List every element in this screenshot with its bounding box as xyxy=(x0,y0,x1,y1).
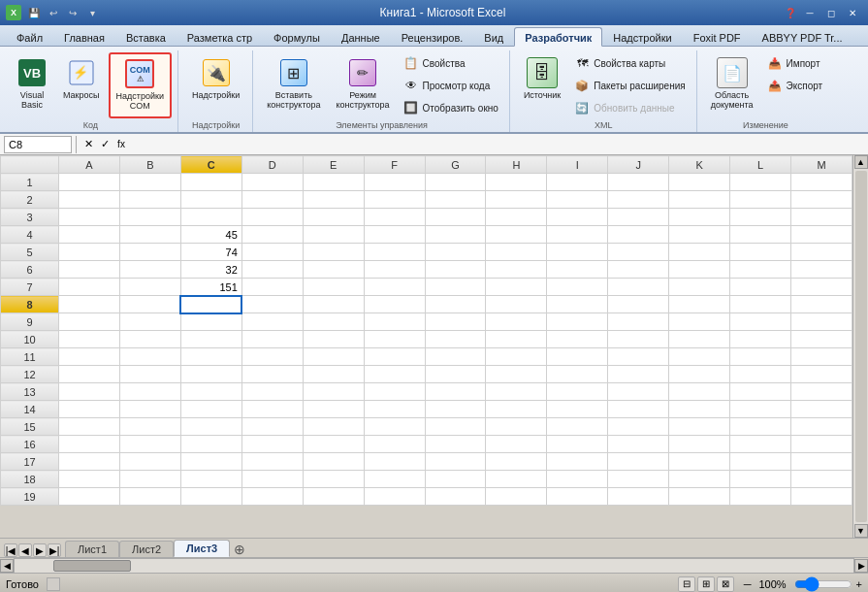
row-header-4[interactable]: 4 xyxy=(1,226,59,244)
cell-h9[interactable] xyxy=(486,313,547,331)
sheet-nav-first[interactable]: |◀ xyxy=(4,543,17,557)
cell-i12[interactable] xyxy=(547,366,608,383)
col-header-c[interactable]: C xyxy=(180,156,241,174)
sheet-tab-3[interactable]: Лист3 xyxy=(174,540,230,557)
export-btn[interactable]: 📤 Экспорт xyxy=(762,75,828,96)
cell-d8[interactable] xyxy=(241,296,303,313)
cell-g17[interactable] xyxy=(425,453,486,471)
cell-e19[interactable] xyxy=(303,488,364,506)
cell-a15[interactable] xyxy=(59,418,120,436)
tab-review[interactable]: Рецензиров. xyxy=(391,27,474,46)
tab-file[interactable]: Файл xyxy=(6,27,53,46)
cell-a8[interactable] xyxy=(59,296,120,313)
cell-f12[interactable] xyxy=(364,366,425,383)
cell-l18[interactable] xyxy=(730,471,791,488)
cell-d3[interactable] xyxy=(241,209,303,226)
cell-b4[interactable] xyxy=(119,226,180,244)
row-header-14[interactable]: 14 xyxy=(1,401,59,418)
cell-e11[interactable] xyxy=(303,348,364,366)
cell-k11[interactable] xyxy=(669,348,730,366)
cell-d19[interactable] xyxy=(241,488,303,506)
cell-e1[interactable] xyxy=(303,174,364,191)
col-header-a[interactable]: A xyxy=(59,156,120,174)
cell-e13[interactable] xyxy=(303,383,364,401)
cell-c13[interactable] xyxy=(180,383,241,401)
show-dialog-btn[interactable]: 🔲 Отобразить окно xyxy=(399,97,503,118)
cell-e8[interactable] xyxy=(303,296,364,313)
cell-f7[interactable] xyxy=(364,279,425,296)
cell-m4[interactable] xyxy=(791,226,852,244)
sheet-tab-2[interactable]: Лист2 xyxy=(119,541,174,557)
cell-a17[interactable] xyxy=(59,453,120,471)
cell-c12[interactable] xyxy=(180,366,241,383)
cell-l19[interactable] xyxy=(730,488,791,506)
cell-h10[interactable] xyxy=(486,331,547,348)
cell-j6[interactable] xyxy=(608,261,669,279)
cell-d11[interactable] xyxy=(241,348,303,366)
cell-j12[interactable] xyxy=(608,366,669,383)
cell-k2[interactable] xyxy=(669,191,730,209)
tab-developer[interactable]: Разработчик xyxy=(514,27,602,47)
cell-j17[interactable] xyxy=(608,453,669,471)
cell-h13[interactable] xyxy=(486,383,547,401)
cell-d9[interactable] xyxy=(241,313,303,331)
cell-b5[interactable] xyxy=(119,244,180,261)
cell-m19[interactable] xyxy=(791,488,852,506)
row-header-12[interactable]: 12 xyxy=(1,366,59,383)
cell-d12[interactable] xyxy=(241,366,303,383)
cell-d10[interactable] xyxy=(241,331,303,348)
cell-m10[interactable] xyxy=(791,331,852,348)
cell-l7[interactable] xyxy=(730,279,791,296)
cell-m16[interactable] xyxy=(791,436,852,453)
cell-e18[interactable] xyxy=(303,471,364,488)
insert-function-btn[interactable]: fx xyxy=(113,137,129,152)
row-header-17[interactable]: 17 xyxy=(1,453,59,471)
tab-home[interactable]: Главная xyxy=(53,27,115,46)
redo-qat-btn[interactable]: ↪ xyxy=(64,4,81,21)
cell-e17[interactable] xyxy=(303,453,364,471)
tab-addins[interactable]: Надстройки xyxy=(602,27,682,46)
cell-i19[interactable] xyxy=(547,488,608,506)
cell-g8[interactable] xyxy=(425,296,486,313)
cell-b6[interactable] xyxy=(119,261,180,279)
cell-l8[interactable] xyxy=(730,296,791,313)
cell-d14[interactable] xyxy=(241,401,303,418)
cell-g13[interactable] xyxy=(425,383,486,401)
cell-b1[interactable] xyxy=(119,174,180,191)
row-header-5[interactable]: 5 xyxy=(1,244,59,261)
cell-m8[interactable] xyxy=(791,296,852,313)
cell-j4[interactable] xyxy=(608,226,669,244)
cell-j11[interactable] xyxy=(608,348,669,366)
cell-e4[interactable] xyxy=(303,226,364,244)
cell-c2[interactable] xyxy=(180,191,241,209)
cell-l15[interactable] xyxy=(730,418,791,436)
undo-qat-btn[interactable]: ↩ xyxy=(45,4,62,21)
cell-i16[interactable] xyxy=(547,436,608,453)
cell-b8[interactable] xyxy=(119,296,180,313)
cell-b15[interactable] xyxy=(119,418,180,436)
design-mode-btn[interactable]: ✏ Режимконструктора xyxy=(329,52,396,118)
cell-b13[interactable] xyxy=(119,383,180,401)
cell-h1[interactable] xyxy=(486,174,547,191)
cell-m15[interactable] xyxy=(791,418,852,436)
cell-m9[interactable] xyxy=(791,313,852,331)
row-header-10[interactable]: 10 xyxy=(1,331,59,348)
scroll-right-btn[interactable]: ▶ xyxy=(854,559,868,573)
cell-j10[interactable] xyxy=(608,331,669,348)
cell-g18[interactable] xyxy=(425,471,486,488)
tab-abbyy[interactable]: ABBYY PDF Tr... xyxy=(752,27,853,46)
cell-e3[interactable] xyxy=(303,209,364,226)
cell-k1[interactable] xyxy=(669,174,730,191)
cell-j3[interactable] xyxy=(608,209,669,226)
zoom-in-btn[interactable]: + xyxy=(856,578,862,590)
cell-a10[interactable] xyxy=(59,331,120,348)
row-header-3[interactable]: 3 xyxy=(1,209,59,226)
cell-l2[interactable] xyxy=(730,191,791,209)
row-header-2[interactable]: 2 xyxy=(1,191,59,209)
cell-m18[interactable] xyxy=(791,471,852,488)
restore-btn[interactable]: ◻ xyxy=(821,4,841,21)
cell-d1[interactable] xyxy=(241,174,303,191)
cell-f5[interactable] xyxy=(364,244,425,261)
cell-d18[interactable] xyxy=(241,471,303,488)
sheet-nav-last[interactable]: ▶| xyxy=(48,543,61,557)
